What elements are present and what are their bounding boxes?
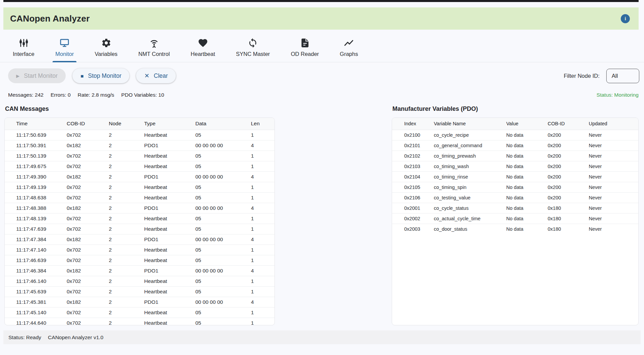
- cell: 05: [191, 151, 247, 161]
- play-icon: ▶: [16, 73, 20, 78]
- cell: 0x180: [544, 213, 585, 224]
- status-bar: Status: Ready CANopen Analyzer v1.0: [3, 330, 641, 344]
- cell: 0x2001: [392, 203, 430, 213]
- column-header: Type: [140, 118, 191, 130]
- tab-monitor[interactable]: Monitor: [53, 37, 76, 62]
- cell: 2: [105, 151, 140, 161]
- cell: 0x182: [63, 234, 105, 245]
- cell: PDO1: [140, 140, 191, 151]
- cell: 2: [105, 276, 140, 286]
- column-header: Value: [502, 118, 544, 130]
- column-header: COB-ID: [63, 118, 105, 130]
- cell: 1: [247, 318, 275, 325]
- filter-node-id-select[interactable]: All: [606, 69, 639, 83]
- cell: 0x2106: [392, 192, 430, 203]
- cell: 0x702: [63, 192, 105, 203]
- cell: Heartbeat: [140, 255, 191, 265]
- cell: 11:17:45.381: [5, 297, 63, 307]
- cell: 11:17:46.384: [5, 265, 63, 276]
- can-messages-title: CAN Messages: [5, 105, 275, 112]
- tab-od-reader[interactable]: OD Reader: [288, 37, 321, 62]
- tab-label: Monitor: [55, 51, 74, 57]
- cell: 11:17:50.639: [5, 130, 63, 140]
- sliders-icon: [19, 38, 29, 48]
- cell: 2: [105, 245, 140, 255]
- table-row: 0x2102co_timing_prewashNo data0x200Never: [392, 151, 638, 161]
- column-header: Data: [191, 118, 247, 130]
- cell: 0x2105: [392, 182, 430, 192]
- tab-nmt-control[interactable]: NMT Control: [136, 37, 172, 62]
- cell: 05: [191, 182, 247, 192]
- cell: 0x702: [63, 213, 105, 224]
- table-row: 11:17:48.1390x7022Heartbeat051: [5, 213, 275, 224]
- cell: Heartbeat: [140, 130, 191, 140]
- table-row: 0x2101co_general_commandNo data0x200Neve…: [392, 140, 638, 151]
- line-chart-icon: [344, 38, 354, 48]
- cell: 05: [191, 130, 247, 140]
- cell: co_testing_value: [430, 192, 502, 203]
- cell: Heartbeat: [140, 182, 191, 192]
- cell: 0x182: [63, 140, 105, 151]
- cell: 1: [247, 192, 275, 203]
- cell: No data: [502, 151, 544, 161]
- cell: 0x182: [63, 171, 105, 182]
- cell: Never: [585, 161, 638, 171]
- cell: 0x182: [63, 203, 105, 213]
- cell: 2: [105, 307, 140, 318]
- cell: 11:17:49.139: [5, 182, 63, 192]
- clear-button[interactable]: ✕ Clear: [136, 68, 176, 83]
- cell: 1: [247, 276, 275, 286]
- cell: 1: [247, 224, 275, 234]
- cell: 1: [247, 255, 275, 265]
- tab-label: OD Reader: [291, 51, 319, 57]
- start-monitor-label: Start Monitor: [24, 72, 58, 79]
- cell: 0x702: [63, 151, 105, 161]
- column-header: Index: [392, 118, 430, 130]
- cell: Never: [585, 140, 638, 151]
- cell: 0x702: [63, 245, 105, 255]
- tab-interface[interactable]: Interface: [10, 37, 37, 62]
- cell: 00 00 00 00: [191, 203, 247, 213]
- antenna-icon: [149, 38, 159, 48]
- cell: Heartbeat: [140, 245, 191, 255]
- column-header: Time: [5, 118, 63, 130]
- cell: co_general_command: [430, 140, 502, 151]
- cell: 00 00 00 00: [191, 171, 247, 182]
- cell: 05: [191, 245, 247, 255]
- cell: 11:17:48.388: [5, 203, 63, 213]
- footer-status: Status: Ready: [8, 334, 41, 341]
- sync-icon: [248, 38, 258, 48]
- main-content: CAN Messages TimeCOB-IDNodeTypeDataLen11…: [0, 105, 644, 325]
- table-row: 11:17:45.1400x7022Heartbeat051: [5, 307, 275, 318]
- app-title: CANopen Analyzer: [10, 13, 90, 24]
- cell: 00 00 00 00: [191, 140, 247, 151]
- cell: Never: [585, 192, 638, 203]
- table-row: 0x2002co_actual_cycle_timeNo data0x180Ne…: [392, 213, 638, 224]
- cell: 2: [105, 234, 140, 245]
- cell: 2: [105, 171, 140, 182]
- tab-heartbeat[interactable]: Heartbeat: [188, 37, 218, 62]
- cell: 0x180: [544, 224, 585, 234]
- start-monitor-button[interactable]: ▶ Start Monitor: [8, 68, 66, 83]
- stop-monitor-button[interactable]: ■ Stop Monitor: [72, 68, 129, 83]
- cell: 0x702: [63, 255, 105, 265]
- stats-left: Messages: 242 Errors: 0 Rate: 2.8 msg/s …: [8, 92, 164, 98]
- cell: 11:17:50.139: [5, 151, 63, 161]
- stats-bar: Messages: 242 Errors: 0 Rate: 2.8 msg/s …: [0, 92, 644, 98]
- cell: No data: [502, 203, 544, 213]
- cell: 0x200: [544, 161, 585, 171]
- cell: 2: [105, 130, 140, 140]
- cell: 05: [191, 213, 247, 224]
- table-row: 11:17:50.6390x7022Heartbeat051: [5, 130, 275, 140]
- info-icon[interactable]: i: [621, 14, 630, 23]
- cell: 2: [105, 286, 140, 297]
- cell: Never: [585, 203, 638, 213]
- close-icon: ✕: [144, 72, 149, 79]
- table-row: 11:17:46.6390x7022Heartbeat051: [5, 255, 275, 265]
- tab-variables[interactable]: Variables: [92, 37, 120, 62]
- table-row: 0x2105co_timing_spinNo data0x200Never: [392, 182, 638, 192]
- tab-sync-master[interactable]: SYNC Master: [233, 37, 273, 62]
- cell: 4: [247, 265, 275, 276]
- cell: 11:17:50.391: [5, 140, 63, 151]
- tab-graphs[interactable]: Graphs: [337, 37, 361, 62]
